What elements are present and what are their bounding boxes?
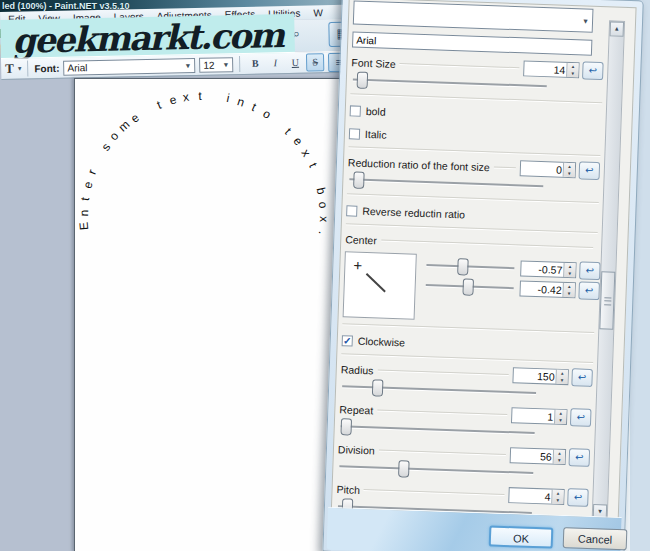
checkbox-row-reverse-reductin-ratio: Reverse reductin ratio [346, 203, 598, 226]
clockwise-checkbox[interactable]: ✓ [342, 335, 353, 346]
reduction-ratio-of-the-font-size-label: Reduction ratio of the font size [348, 156, 490, 173]
repeat-reset-button[interactable]: ↩ [570, 408, 592, 427]
u-style-button[interactable]: U [286, 54, 304, 72]
font-size-select[interactable]: 12 ▼ [199, 57, 233, 73]
curved-text-char: n [77, 209, 91, 216]
center-y-spinner[interactable]: ▲▼ [562, 283, 574, 297]
row-repeat: Repeat1▲▼↩ [338, 400, 591, 443]
repeat-spinbox[interactable]: 1▲▼ [511, 407, 568, 425]
curved-text-char: x [317, 216, 331, 222]
style-buttons: BIUS [246, 53, 324, 73]
direction-line [366, 273, 386, 292]
center-y-slider[interactable] [423, 277, 516, 296]
slider-track [341, 425, 535, 434]
curved-text-char: t [78, 196, 92, 201]
scroll-up-icon[interactable]: ▲ [610, 21, 625, 36]
center-x-spinner[interactable]: ▲▼ [563, 263, 575, 277]
slider-thumb[interactable] [371, 379, 383, 396]
center-x-spinbox[interactable]: -0.57▲▼ [520, 260, 577, 278]
b-style-button[interactable]: B [246, 54, 264, 72]
spin-down-icon: ▼ [552, 496, 563, 503]
radius-label: Radius [341, 363, 374, 376]
division-spinbox[interactable]: 56▲▼ [510, 447, 567, 465]
slider-thumb[interactable] [340, 418, 352, 435]
repeat-spinner[interactable]: ▲▼ [554, 409, 566, 423]
scrollbar-thumb[interactable] [599, 271, 615, 329]
font-size-spinner[interactable]: ▲▼ [566, 62, 578, 76]
curved-text-char: b [314, 186, 329, 195]
division-spinner[interactable]: ▲▼ [553, 449, 565, 463]
toolbar-separator [239, 56, 240, 72]
label-rule [381, 240, 593, 248]
menu-item-w[interactable]: W [313, 7, 323, 18]
pitch-spinner[interactable]: ▲▼ [551, 489, 563, 503]
center-label: Center [345, 233, 377, 246]
reduction-ratio-of-the-font-size-spinner[interactable]: ▲▼ [563, 162, 575, 176]
curved-text-char: x [182, 90, 190, 105]
dialog-content: ▼ArialFont Size14▲▼↩boldItalicReduction … [333, 0, 606, 519]
checkbox-row-italic: Italic [349, 126, 601, 149]
label-rule [364, 489, 505, 495]
font-name-field[interactable]: Arial [352, 31, 592, 55]
text-tool-dropdown-icon[interactable]: ▾ [18, 65, 22, 73]
drawing-canvas[interactable]: Enter some text into text box. [74, 78, 347, 551]
cancel-button[interactable]: Cancel [563, 527, 628, 550]
radius-spinbox[interactable]: 150▲▼ [512, 367, 569, 385]
clockwise-label: Clockwise [358, 335, 406, 349]
window-header: EditViewImageLayersAdjustmentsEffectsUti… [0, 4, 357, 81]
reduction-ratio-of-the-font-size-spinbox[interactable]: 0▲▼ [520, 160, 577, 178]
font-label: Font: [34, 62, 59, 74]
bold-label: bold [366, 105, 386, 118]
slider-thumb[interactable] [353, 172, 365, 189]
center-x-slider[interactable] [424, 257, 517, 276]
slider-thumb[interactable] [463, 278, 475, 295]
slider-thumb[interactable] [356, 72, 368, 89]
slider-thumb[interactable] [398, 460, 410, 477]
dialog-face: ▼ArialFont Size14▲▼↩boldItalicReduction … [331, 0, 637, 519]
font-family-select[interactable]: Arial ▼ [63, 57, 195, 75]
division-label: Division [338, 443, 375, 456]
bold-checkbox[interactable] [350, 105, 361, 116]
curved-text-char: o [316, 201, 331, 209]
italic-checkbox[interactable] [349, 128, 360, 139]
chevron-down-icon[interactable]: ▼ [184, 62, 191, 69]
curved-text-char: t [282, 125, 294, 137]
reverse-reductin-ratio-label: Reverse reductin ratio [362, 205, 465, 221]
center-block: +-0.57▲▼↩-0.42▲▼↩ [343, 251, 597, 326]
radius-spinner[interactable]: ▲▼ [555, 369, 567, 383]
division-reset-button[interactable]: ↩ [569, 448, 591, 467]
chevron-down-icon[interactable]: ▼ [582, 17, 589, 24]
row-center: Center+-0.57▲▼↩-0.42▲▼↩ [343, 230, 598, 326]
pitch-spinbox[interactable]: 4▲▼ [508, 487, 565, 505]
ok-button[interactable]: OK [489, 525, 554, 548]
reverse-reductin-ratio-checkbox[interactable] [346, 205, 357, 216]
center-y-reset-button[interactable]: ↩ [578, 281, 600, 300]
center-x-reset-button[interactable]: ↩ [579, 261, 601, 280]
row-division: Division56▲▼↩ [337, 440, 590, 483]
circle-text-dialog: ▼ArialFont Size14▲▼↩boldItalicReduction … [322, 0, 643, 551]
slider-thumb[interactable] [457, 258, 469, 275]
chevron-down-icon[interactable]: ▼ [222, 61, 229, 68]
text-tool-icon[interactable]: T [5, 61, 14, 77]
curved-text-char: o [260, 106, 273, 121]
label-rule [400, 63, 520, 68]
center-preview[interactable]: + [343, 251, 417, 319]
spin-down-icon: ▼ [567, 69, 578, 76]
curved-text-char: s [98, 141, 113, 154]
row-radius: Radius150▲▼↩ [340, 360, 593, 403]
i-style-button[interactable]: I [266, 54, 284, 72]
reduction-ratio-of-the-font-size-reset-button[interactable]: ↩ [579, 161, 601, 180]
font-size-spinbox[interactable]: 14▲▼ [523, 60, 580, 78]
font-size-reset-button[interactable]: ↩ [582, 61, 604, 80]
font-family-combo[interactable]: ▼ [353, 0, 594, 32]
curved-text-char: o [107, 129, 122, 143]
radius-reset-button[interactable]: ↩ [571, 368, 593, 387]
curved-text-char: e [128, 110, 142, 125]
row-center-y: -0.42▲▼↩ [423, 276, 600, 300]
slider-track [339, 465, 533, 474]
s-style-button[interactable]: S [306, 53, 324, 71]
pitch-reset-button[interactable]: ↩ [567, 488, 589, 507]
center-y-spinbox[interactable]: -0.42▲▼ [519, 280, 576, 298]
checkbox-row-clockwise: ✓Clockwise [342, 333, 594, 356]
row-font-size: Font Size14▲▼↩ [351, 53, 604, 96]
